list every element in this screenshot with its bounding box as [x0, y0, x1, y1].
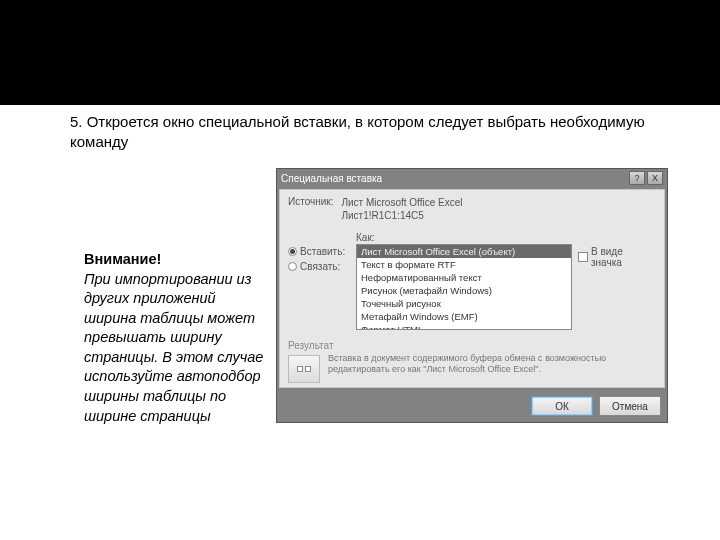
- dialog-titlebar[interactable]: Специальная вставка ? X: [277, 169, 667, 187]
- list-item[interactable]: Неформатированный текст: [357, 271, 571, 284]
- radio-link[interactable]: Связать:: [288, 261, 350, 272]
- instruction-text: 5. Откроется окно специальной вставки, в…: [70, 112, 650, 153]
- radio-link-label: Связать:: [300, 261, 340, 272]
- result-description: Вставка в документ содержимого буфера об…: [328, 353, 656, 376]
- list-item[interactable]: Метафайл Windows (EMF): [357, 310, 571, 323]
- paste-special-dialog: Специальная вставка ? X Источник: Лист M…: [276, 168, 668, 423]
- help-button[interactable]: ?: [629, 171, 645, 185]
- ok-button[interactable]: ОК: [531, 396, 593, 416]
- radio-circle-icon: [288, 262, 297, 271]
- as-icon-label: В виде значка: [591, 246, 656, 268]
- result-label: Результат: [288, 340, 656, 351]
- close-button[interactable]: X: [647, 171, 663, 185]
- radio-dot-icon: [288, 247, 297, 256]
- paste-result-icon: [288, 355, 320, 383]
- as-icon-checkbox[interactable]: В виде значка: [578, 246, 656, 268]
- warning-note: Внимание! При импортировании из других п…: [84, 250, 264, 426]
- radio-insert[interactable]: Вставить:: [288, 246, 350, 257]
- warning-body: При импортировании из других приложений …: [84, 270, 264, 427]
- top-black-bar: [0, 0, 720, 105]
- list-item[interactable]: Формат HTML: [357, 323, 571, 330]
- warning-title: Внимание!: [84, 250, 264, 270]
- source-label: Источник:: [288, 196, 333, 222]
- list-label: Как:: [356, 232, 572, 243]
- source-line-2: Лист1!R1C1:14C5: [341, 209, 462, 222]
- list-item[interactable]: Рисунок (метафайл Windows): [357, 284, 571, 297]
- format-listbox[interactable]: Лист Microsoft Office Excel (объект) Тек…: [356, 244, 572, 330]
- checkbox-icon: [578, 252, 588, 262]
- list-item[interactable]: Текст в формате RTF: [357, 258, 571, 271]
- cancel-button[interactable]: Отмена: [599, 396, 661, 416]
- radio-insert-label: Вставить:: [300, 246, 345, 257]
- source-line-1: Лист Microsoft Office Excel: [341, 196, 462, 209]
- dialog-title: Специальная вставка: [281, 173, 382, 184]
- list-item[interactable]: Точечный рисунок: [357, 297, 571, 310]
- list-item[interactable]: Лист Microsoft Office Excel (объект): [357, 245, 571, 258]
